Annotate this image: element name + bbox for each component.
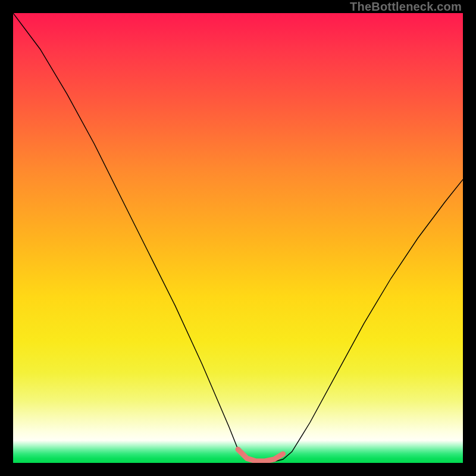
- watermark-text: TheBottleneck.com: [350, 0, 462, 14]
- chart-frame: TheBottleneck.com: [0, 0, 476, 476]
- tolerance-band: [238, 449, 283, 461]
- chart-plot-area: [13, 13, 463, 463]
- chart-svg: [13, 13, 463, 463]
- bottleneck-curve: [13, 13, 463, 462]
